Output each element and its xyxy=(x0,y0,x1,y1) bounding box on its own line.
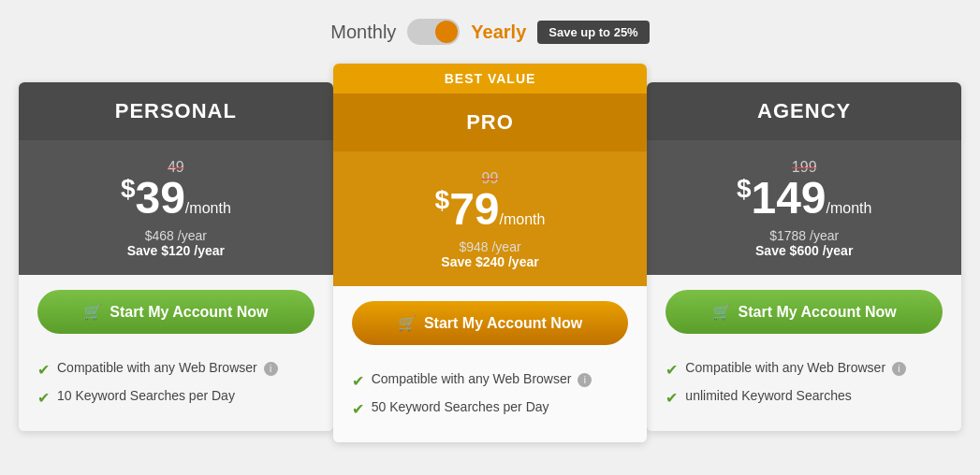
feature-text-personal-1: 10 Keyword Searches per Day xyxy=(57,388,235,403)
plan-pricing-personal: 49 $39/month $468 /year Save $120 /year xyxy=(19,140,333,275)
check-icon: ✔ xyxy=(352,400,364,418)
plan-cta-agency: 🛒 Start My Account Now xyxy=(647,275,961,349)
cta-button-personal[interactable]: 🛒 Start My Account Now xyxy=(37,290,314,334)
plan-card-pro: BEST VALUE PRO 99 $79/month $948 /year S… xyxy=(333,64,648,442)
dollar-sign: $ xyxy=(737,174,752,203)
plan-header-pro: PRO xyxy=(333,94,648,151)
check-icon: ✔ xyxy=(37,389,50,407)
info-icon: i xyxy=(578,373,592,387)
cta-label-agency: Start My Account Now xyxy=(739,304,897,321)
plan-cta-personal: 🛒 Start My Account Now xyxy=(19,275,333,349)
plan-title-personal: PERSONAL xyxy=(36,99,316,123)
feature-text-personal-0: Compatible with any Web Browser i xyxy=(57,360,278,376)
plan-pricing-pro: 99 $79/month $948 /year Save $240 /year xyxy=(333,151,648,286)
feature-item-agency-1: ✔ unlimited Keyword Searches xyxy=(666,388,943,407)
feature-text-pro-1: 50 Keyword Searches per Day xyxy=(372,399,549,414)
plan-card-personal: PERSONAL 49 $39/month $468 /year Save $1… xyxy=(19,82,333,431)
yearly-price-personal: $468 /year xyxy=(28,228,324,243)
current-price-agency: $149/month xyxy=(656,176,952,221)
billing-toggle[interactable] xyxy=(407,19,460,45)
feature-item-personal-0: ✔ Compatible with any Web Browser i xyxy=(37,360,314,379)
check-icon: ✔ xyxy=(37,361,50,379)
plan-card-agency: AGENCY 199 $149/month $1788 /year Save $… xyxy=(647,82,961,431)
plan-features-pro: ✔ Compatible with any Web Browser i ✔ 50… xyxy=(333,360,648,442)
check-icon: ✔ xyxy=(666,361,678,379)
plan-title-agency: AGENCY xyxy=(664,99,944,123)
save-badge: Save up to 25% xyxy=(537,21,649,44)
yearly-save-agency: Save $600 /year xyxy=(656,243,952,258)
cta-button-pro[interactable]: 🛒 Start My Account Now xyxy=(352,301,629,345)
current-price-pro: $79/month xyxy=(343,187,638,232)
yearly-price-pro: $948 /year xyxy=(343,239,638,254)
monthly-label: Monthly xyxy=(330,22,396,43)
yearly-save-personal: Save $120 /year xyxy=(28,243,324,258)
dollar-sign: $ xyxy=(435,185,450,214)
per-month: /month xyxy=(826,200,872,216)
feature-text-agency-1: unlimited Keyword Searches xyxy=(685,388,851,403)
plan-pricing-agency: 199 $149/month $1788 /year Save $600 /ye… xyxy=(647,140,961,275)
info-icon: i xyxy=(892,362,906,376)
plan-header-agency: AGENCY xyxy=(647,82,961,140)
plan-features-agency: ✔ Compatible with any Web Browser i ✔ un… xyxy=(647,349,961,431)
feature-item-agency-0: ✔ Compatible with any Web Browser i xyxy=(666,360,943,379)
yearly-label: Yearly xyxy=(471,22,526,43)
feature-item-pro-1: ✔ 50 Keyword Searches per Day xyxy=(352,399,629,418)
cta-label-pro: Start My Account Now xyxy=(424,315,582,332)
feature-item-personal-1: ✔ 10 Keyword Searches per Day xyxy=(37,388,314,407)
dollar-sign: $ xyxy=(121,174,136,203)
per-month: /month xyxy=(500,211,546,227)
yearly-save-pro: Save $240 /year xyxy=(343,254,638,269)
billing-toggle-row: Monthly Yearly Save up to 25% xyxy=(330,19,649,45)
info-icon: i xyxy=(264,362,278,376)
cta-button-agency[interactable]: 🛒 Start My Account Now xyxy=(666,290,943,334)
cart-icon: 🛒 xyxy=(398,314,417,332)
cart-icon: 🛒 xyxy=(83,303,102,321)
plan-title-pro: PRO xyxy=(350,110,631,135)
feature-text-agency-0: Compatible with any Web Browser i xyxy=(685,360,906,376)
feature-item-pro-0: ✔ Compatible with any Web Browser i xyxy=(352,371,629,390)
current-price-personal: $39/month xyxy=(28,176,324,221)
toggle-knob xyxy=(435,21,458,43)
per-month: /month xyxy=(185,200,231,216)
check-icon: ✔ xyxy=(352,372,364,390)
plan-header-personal: PERSONAL xyxy=(19,82,333,140)
cta-label-personal: Start My Account Now xyxy=(110,304,268,321)
plans-container: PERSONAL 49 $39/month $468 /year Save $1… xyxy=(19,73,961,442)
check-icon: ✔ xyxy=(666,389,678,407)
plan-cta-pro: 🛒 Start My Account Now xyxy=(333,286,648,360)
feature-text-pro-0: Compatible with any Web Browser i xyxy=(372,371,592,387)
plan-features-personal: ✔ Compatible with any Web Browser i ✔ 10… xyxy=(19,349,333,431)
cart-icon: 🛒 xyxy=(712,303,731,321)
best-value-banner: BEST VALUE xyxy=(333,64,648,94)
yearly-price-agency: $1788 /year xyxy=(656,228,952,243)
